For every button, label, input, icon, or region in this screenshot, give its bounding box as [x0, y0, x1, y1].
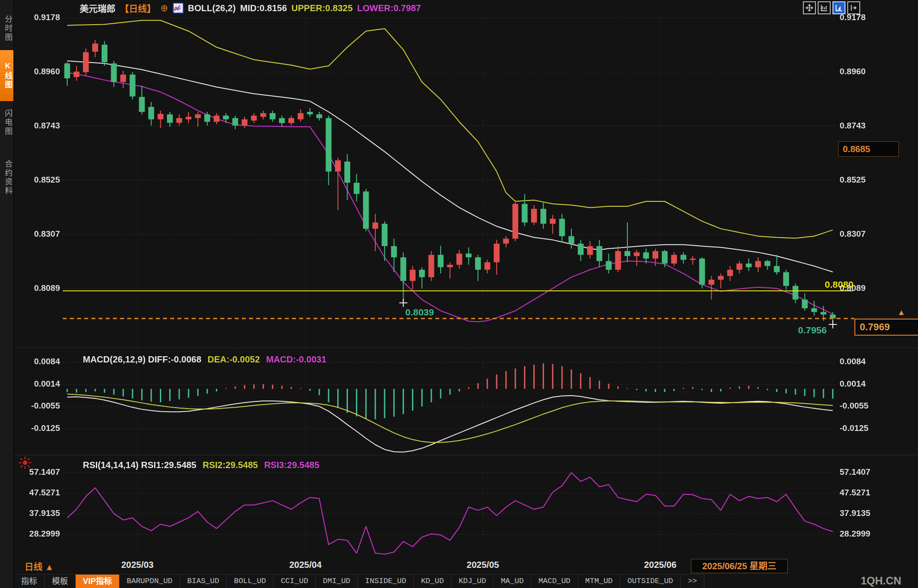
price-tick-right: 0.8960	[840, 67, 866, 77]
last-price-tag: 0.7969	[854, 319, 918, 336]
price-pane-titlebar: 美元瑞郎 【日线】 ⊕ BOLL(26,2) MID:0.8156 UPPER:…	[80, 3, 421, 13]
price-tick-right: 0.9178	[840, 13, 866, 22]
toolbar-item-dmi-ud[interactable]: DMI_UD	[316, 575, 358, 588]
rsi-tick-right: 37.9135	[840, 508, 871, 518]
macd-tick-left: 0.0014	[0, 379, 60, 389]
macd-tick-right: -0.0125	[840, 423, 868, 433]
toolbar-item-ma-ud[interactable]: MA_UD	[493, 575, 531, 588]
rsi-tick-left: 47.5271	[0, 488, 60, 498]
toolbar-item-kdj-ud[interactable]: KDJ_UD	[451, 575, 493, 588]
price-tick-left: 0.8525	[0, 175, 60, 185]
macd-tick-left: 0.0084	[0, 357, 60, 366]
rsi3-value: RSI3:29.5485	[264, 460, 319, 470]
toolbar-item-inside-ud[interactable]: INSIDE_UD	[358, 575, 414, 588]
price-tick-right: 0.8525	[840, 175, 866, 185]
toolbar-item--[interactable]: 模板	[45, 575, 76, 588]
yellow-refline-label: 0.8080	[805, 279, 854, 290]
rsi-tick-left: 37.9135	[0, 508, 60, 518]
price-tick-left: 0.8307	[0, 229, 60, 239]
price-tick-left: 0.8960	[0, 67, 60, 77]
hot-indicator-icon[interactable]	[18, 456, 32, 470]
axes-scale-icon[interactable]	[818, 1, 831, 14]
period-selector[interactable]: 日线 ▲	[25, 560, 54, 573]
rsi-indicator-labels: RSI(14,14,14) RSI1:29.5485 RSI2:29.5485 …	[83, 460, 319, 470]
macd-indicator-labels: MACD(26,12,9) DIFF:-0.0068 DEA:-0.0052 M…	[83, 354, 326, 365]
prev-close-price-tag: 0.8685	[838, 141, 899, 157]
toolbar-item-bias-ud[interactable]: BIAS_UD	[180, 575, 227, 588]
boll-mid-value: MID:0.8156	[240, 3, 287, 13]
rsi-tick-right: 57.1407	[840, 467, 871, 477]
rsi-tick-left: 28.2999	[0, 529, 60, 539]
month-label: 2025/03	[106, 560, 169, 570]
macd-tick-right: 0.0014	[840, 379, 866, 389]
toolbar-item-boll-ud[interactable]: BOLL_UD	[227, 575, 273, 588]
macd-dea-value: DEA:-0.0052	[208, 354, 260, 365]
toolbar-item-outside-ud[interactable]: OUTSIDE_UD	[620, 575, 681, 588]
price-tick-left: 0.9178	[0, 13, 60, 22]
macd-tick-left: -0.0125	[0, 423, 60, 433]
month-label: 2025/05	[451, 560, 514, 570]
toolbar-item--[interactable]: >>	[681, 575, 704, 588]
macd-tick-right: 0.0084	[840, 357, 866, 366]
toolbar-item-vip-[interactable]: VIP指标	[76, 575, 120, 588]
price-tick-left: 0.8089	[0, 283, 60, 293]
swing-low-price-label: 0.8039	[405, 307, 434, 318]
toolbar-item-kd-ud[interactable]: KD_UD	[414, 575, 451, 588]
rsi-tick-right: 28.2999	[840, 529, 871, 539]
macd-tick-left: -0.0055	[0, 401, 60, 411]
crosshair-date-box: 2025/06/25 星期三	[691, 559, 788, 573]
month-label: 2025/06	[629, 560, 691, 570]
macd-value: MACD:-0.0031	[266, 354, 326, 365]
chart-application-window: 分时图K线图闪电图合约资料 美元瑞郎 【日线】 ⊕ BOLL(26,2) MID…	[0, 0, 918, 588]
watermark: 1QH.CN	[861, 575, 901, 587]
toolbar-item-cci-ud[interactable]: CCI_UD	[274, 575, 316, 588]
macd-name-and-diff: MACD(26,12,9) DIFF:-0.0068	[83, 354, 202, 365]
mini-chart-glyph	[174, 4, 181, 12]
price-tick-left: 0.8743	[0, 121, 60, 131]
price-tick-right: 0.8743	[840, 121, 866, 131]
add-indicator-icon[interactable]: ⊕	[160, 4, 168, 13]
boll-indicator-label: BOLL(26,2)	[188, 3, 236, 13]
boll-lower-value: LOWER:0.7987	[357, 3, 421, 13]
toolbar-item-macd-ud[interactable]: MACD_UD	[531, 575, 578, 588]
mini-chart-icon[interactable]	[173, 3, 184, 13]
boll-upper-value: UPPER:0.8325	[292, 3, 353, 13]
macd-tick-right: -0.0055	[840, 401, 868, 411]
last-candle-low-label: 0.7956	[798, 325, 827, 336]
rsi2-value: RSI2:29.5485	[203, 460, 258, 470]
symbol-name: 美元瑞郎	[80, 2, 116, 15]
month-label: 2025/04	[274, 560, 337, 570]
price-up-arrow-icon: ▲	[897, 308, 905, 317]
move-icon[interactable]	[803, 1, 816, 14]
price-tick-right: 0.8307	[840, 229, 866, 239]
toolbar-item-mtm-ud[interactable]: MTM_UD	[578, 575, 620, 588]
rsi-tick-right: 47.5271	[840, 488, 871, 498]
chart-canvas[interactable]	[0, 0, 918, 559]
toolbar-item-barupdn-ud[interactable]: BARUPDN_UD	[120, 575, 180, 588]
indicator-toolbar: 指标模板VIP指标BARUPDN_UDBIAS_UDBOLL_UDCCI_UDD…	[14, 574, 704, 588]
toolbar-item--[interactable]: 指标	[14, 575, 45, 588]
rsi-name-and-rsi1: RSI(14,14,14) RSI1:29.5485	[83, 460, 197, 470]
period-tag: 【日线】	[120, 2, 156, 15]
